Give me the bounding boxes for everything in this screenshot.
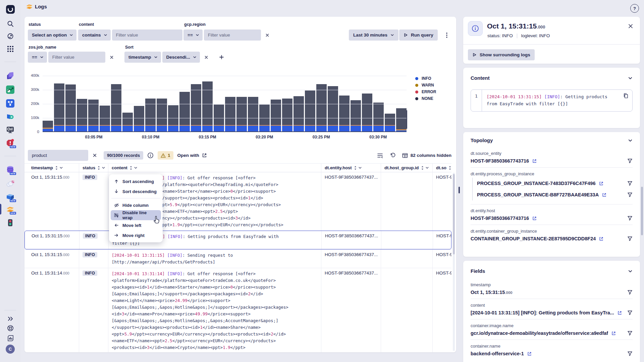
table-row[interactable]: Oct 1, 15:31:15.000INFO[2024-10-01 13:31…	[24, 231, 451, 249]
help-support-icon[interactable]	[6, 324, 15, 333]
menu-item-sort-ascending[interactable]: Sort ascending	[111, 176, 161, 186]
column-header-dt.so[interactable]: dt.so	[432, 164, 451, 172]
filter-funnel-icon[interactable]	[627, 192, 633, 197]
legend-item-error[interactable]: ERROR	[411, 88, 451, 95]
format-lines-icon[interactable]	[377, 153, 383, 158]
open-field-icon[interactable]	[527, 351, 532, 356]
filter-value-input[interactable]: Filter value	[48, 52, 105, 63]
collapse-section-icon[interactable]	[628, 138, 633, 143]
chart-bar[interactable]	[328, 86, 338, 131]
menu-item-hide-column[interactable]: Hide column	[111, 200, 161, 210]
chart-bar[interactable]	[248, 97, 258, 131]
chart-plot-area[interactable]	[43, 76, 407, 132]
filter-funnel-icon[interactable]	[627, 290, 633, 295]
filter-value-input[interactable]: Filter value	[112, 29, 182, 41]
add-filter-button[interactable]	[217, 52, 227, 63]
sidebar-app-kubernetes-icon[interactable]	[6, 113, 14, 121]
show-surrounding-logs-button[interactable]: Show surrounding logs	[468, 49, 535, 60]
remove-filter-button[interactable]	[107, 52, 117, 63]
dynatrace-logo-icon[interactable]	[6, 5, 15, 14]
sidebar-app-problems-icon[interactable]: NEW	[6, 139, 14, 147]
filter-funnel-icon[interactable]	[627, 351, 633, 356]
run-query-button[interactable]: Run query	[399, 29, 438, 41]
chart-bar[interactable]	[168, 105, 178, 131]
chart-bar[interactable]	[122, 113, 133, 131]
help-button[interactable]: ?	[630, 4, 639, 13]
chart-bar[interactable]	[362, 94, 372, 131]
chart-bar[interactable]	[43, 121, 53, 131]
filter-operator-select[interactable]: ==	[28, 52, 47, 63]
filter-funnel-icon[interactable]	[627, 236, 633, 241]
filter-funnel-icon[interactable]	[627, 310, 633, 315]
sidebar-app-traffic-icon[interactable]	[6, 219, 14, 227]
sidebar-app-logs-icon-active[interactable]: NEW	[6, 205, 14, 214]
chart-bar[interactable]	[351, 100, 361, 131]
filter-operator-select[interactable]: Select an option	[28, 29, 76, 41]
column-header-dt.host_group.id[interactable]: dt.host_group.id	[381, 164, 432, 172]
column-header-dt.entity.host[interactable]: dt.entity.host	[321, 164, 381, 172]
open-entity-icon[interactable]	[532, 159, 537, 164]
open-entity-icon[interactable]	[599, 236, 604, 241]
column-header-content[interactable]: content	[108, 164, 321, 172]
filter-operator-select[interactable]: timestamp	[124, 52, 161, 63]
chart-bar[interactable]	[396, 108, 407, 131]
legend-item-none[interactable]: NONE	[411, 95, 451, 102]
chart-bar[interactable]	[305, 90, 315, 131]
filter-operator-select[interactable]: ==	[183, 29, 203, 41]
open-entity-icon[interactable]	[599, 181, 604, 186]
filter-funnel-icon[interactable]	[627, 216, 633, 221]
chart-bar[interactable]	[65, 84, 76, 131]
chart-bar[interactable]	[339, 96, 350, 131]
sidebar-app-analytics-icon[interactable]	[6, 85, 14, 94]
chart-bar[interactable]	[54, 83, 64, 131]
sidebar-app-dashboards-icon[interactable]	[6, 126, 14, 134]
user-avatar[interactable]: C	[6, 345, 15, 354]
chart-bar[interactable]	[202, 81, 213, 131]
sidebar-app-buckets-icon[interactable]: NEW	[6, 193, 14, 201]
table-search-input[interactable]: product	[28, 150, 88, 161]
sidebar-app-automation-icon[interactable]	[6, 99, 14, 108]
info-icon[interactable]	[147, 152, 154, 159]
usage-summary-icon[interactable]	[6, 334, 15, 342]
menu-item-move-right[interactable]: Move right	[111, 230, 161, 240]
discover-icon[interactable]	[6, 32, 15, 41]
legend-item-warn[interactable]: WARN	[411, 82, 451, 88]
filter-operator-select[interactable]: contains	[78, 29, 111, 41]
column-header-timestamp[interactable]: timestamp	[28, 164, 79, 172]
columns-hidden-button[interactable]: 82 columns hidden	[402, 153, 451, 158]
chart-bar[interactable]	[191, 84, 201, 131]
filter-value-input[interactable]: Filter value	[204, 29, 261, 41]
reset-undo-icon[interactable]	[390, 153, 395, 158]
chart-bar[interactable]	[134, 106, 144, 131]
filter-funnel-icon[interactable]	[627, 158, 633, 164]
sidebar-app-cloud-icon[interactable]	[6, 179, 14, 188]
remove-filter-button[interactable]	[262, 29, 272, 41]
chart-bar[interactable]	[225, 97, 235, 131]
open-field-icon[interactable]	[617, 310, 622, 315]
sidebar-app-storage-icon[interactable]: NEW	[6, 166, 14, 174]
copy-icon[interactable]	[623, 93, 629, 99]
expand-sidebar-icon[interactable]	[6, 314, 15, 323]
search-icon[interactable]	[6, 19, 15, 28]
table-row[interactable]: Oct 1, 15:31:15.000INFO[2024-10-01 13:31…	[24, 172, 451, 231]
table-row[interactable]: Oct 1, 15:31:15.000INFO[2024-10-01 13:31…	[24, 249, 451, 268]
clear-search-button[interactable]	[90, 150, 100, 161]
panel-resize-handle[interactable]	[459, 187, 460, 193]
filter-funnel-icon[interactable]	[627, 181, 633, 186]
warning-count-badge[interactable]: 1	[158, 151, 173, 160]
chart-bar[interactable]	[316, 84, 327, 131]
remove-filter-button[interactable]	[201, 52, 211, 63]
collapse-section-icon[interactable]	[628, 76, 633, 80]
chart-bar[interactable]	[111, 84, 121, 131]
filter-operator-select[interactable]: Descendi...	[162, 52, 200, 63]
open-entity-icon[interactable]	[532, 216, 537, 221]
column-header-status[interactable]: status	[79, 164, 108, 172]
menu-item-sort-descending[interactable]: Sort descending	[111, 186, 161, 196]
chart-bar[interactable]	[271, 100, 281, 131]
legend-item-info[interactable]: INFO	[411, 75, 451, 82]
app-launcher-grid-icon[interactable]	[6, 45, 15, 53]
close-panel-button[interactable]	[628, 23, 633, 29]
more-options-button[interactable]	[442, 29, 451, 41]
table-scrollbar-thumb[interactable]	[453, 174, 455, 254]
chart-bar[interactable]	[373, 103, 384, 131]
